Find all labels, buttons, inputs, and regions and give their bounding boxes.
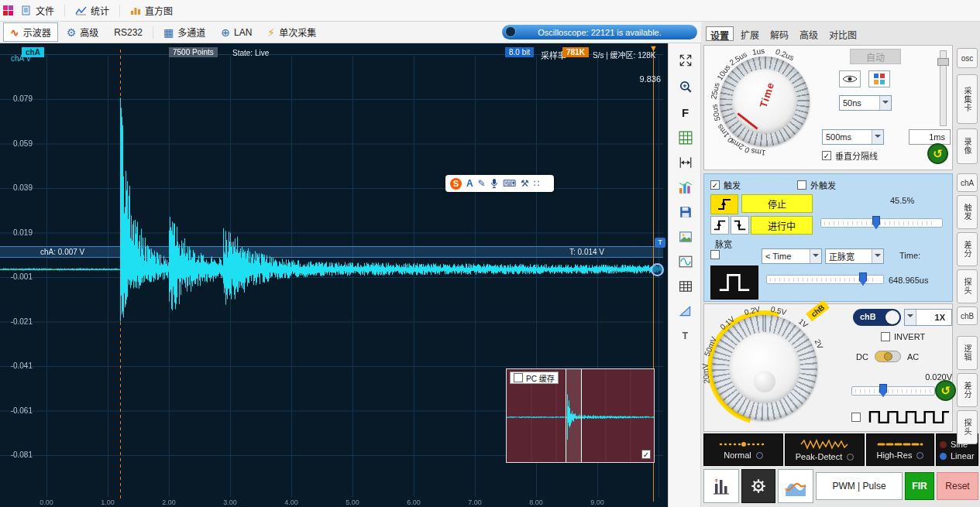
histogram-button[interactable] xyxy=(703,469,739,503)
pulse-polarity-dropdown[interactable]: 正脉宽 xyxy=(825,248,884,264)
side-tab-differential-b[interactable]: 差分 xyxy=(957,373,978,407)
pwm-pulse-button[interactable]: PWM | Pulse xyxy=(816,472,903,500)
pulse-condition-dropdown[interactable]: < Time xyxy=(762,248,822,264)
toolbar-oscilloscope[interactable]: ∿ 示波器 xyxy=(3,22,58,42)
mode-normal-radio[interactable] xyxy=(756,452,763,459)
mode-high-res-radio[interactable] xyxy=(916,452,923,459)
expand-view-icon[interactable] xyxy=(675,50,696,70)
ramp-tool-icon[interactable] xyxy=(675,300,696,321)
trigger-checkbox[interactable]: ✓ xyxy=(710,180,720,190)
fir-button[interactable]: FIR xyxy=(905,472,934,500)
zoom-in-icon[interactable] xyxy=(675,76,696,97)
invert-checkbox[interactable] xyxy=(881,332,890,341)
coupling-toggle[interactable] xyxy=(875,351,901,362)
apps-icon[interactable]: ∷ xyxy=(534,178,540,189)
channel-b-toggle[interactable]: chB xyxy=(853,309,901,326)
dropdown-caret-icon[interactable] xyxy=(872,249,883,263)
tab-settings[interactable]: 设置 xyxy=(706,26,734,41)
ime-toolbar[interactable]: S A ✎ ⌨ ⚒ ∷ xyxy=(445,175,554,192)
microphone-icon[interactable] xyxy=(490,178,498,189)
side-tab-trigger[interactable]: 触发 xyxy=(957,195,978,229)
screenshot-icon[interactable] xyxy=(675,226,696,247)
trigger-checkbox-row[interactable]: ✓ 触发 xyxy=(710,179,741,191)
cursor-marker-icon[interactable]: ▼ xyxy=(649,43,658,53)
mode-normal-button[interactable]: Normal xyxy=(703,433,783,466)
settings-gear-button[interactable] xyxy=(741,469,775,503)
external-trigger-checkbox-row[interactable]: 外触发 xyxy=(797,179,836,191)
side-tab-probe-a[interactable]: 探头 xyxy=(957,269,978,303)
keyboard-icon[interactable]: ⌨ xyxy=(503,178,516,189)
channel-b-offset-slider[interactable] xyxy=(851,386,935,396)
histogram-tool-icon[interactable] xyxy=(675,176,696,197)
pen-icon[interactable]: ✎ xyxy=(478,178,486,189)
side-tab-osc[interactable]: osc xyxy=(957,48,978,68)
side-tab-capture-card[interactable]: 采集卡 xyxy=(957,74,978,124)
buffer-window-right-edge[interactable] xyxy=(581,369,582,462)
baseline-drag-handle[interactable] xyxy=(651,263,664,276)
sample-interval-dropdown[interactable]: 50ns xyxy=(839,95,892,111)
side-tab-channel-b[interactable]: chB xyxy=(957,307,978,325)
pulse-shape-button[interactable] xyxy=(710,265,758,300)
menu-statistics[interactable]: 统计 xyxy=(68,2,116,19)
vertical-divider-checkbox[interactable]: ✓ xyxy=(822,151,831,160)
tab-decode[interactable]: 解码 xyxy=(766,26,793,41)
trigger-tool-icon[interactable]: T xyxy=(675,325,696,346)
side-tab-differential-a[interactable]: 差分 xyxy=(957,232,978,266)
tab-extend[interactable]: 扩展 xyxy=(737,26,763,41)
timebase-dropdown[interactable]: 500ms xyxy=(822,129,884,145)
dropdown-caret-icon[interactable] xyxy=(879,96,891,110)
square-wave-checkbox[interactable] xyxy=(851,413,861,422)
trigger-edge-button[interactable] xyxy=(710,194,738,214)
reference-wave-icon[interactable] xyxy=(675,251,696,272)
channel-b-reset-button[interactable]: ↺ xyxy=(935,380,956,401)
mode-peak-detect-button[interactable]: Peak-Detect xyxy=(785,433,865,466)
toolbar-lan[interactable]: ⊕ LAN xyxy=(214,24,259,41)
interp-linear-option[interactable]: Linear xyxy=(940,451,975,461)
voltage-knob-face[interactable] xyxy=(729,332,800,403)
toolbar-multichannel[interactable]: ▦ 多通道 xyxy=(156,22,212,42)
invert-checkbox-row[interactable]: INVERT xyxy=(881,332,925,341)
menu-file[interactable]: 文件 xyxy=(15,2,61,19)
waveform-view-button[interactable] xyxy=(778,469,813,503)
reset-button[interactable]: Reset xyxy=(937,472,978,500)
probe-mult-dropdown[interactable]: 1X xyxy=(904,309,952,326)
side-tab-probe-b[interactable]: 探头 xyxy=(957,410,978,444)
auto-button[interactable]: 自动 xyxy=(850,49,901,64)
timebase-reset-button[interactable]: ↺ xyxy=(927,143,948,164)
side-tab-channel-a[interactable]: chA xyxy=(957,173,978,192)
data-table-icon[interactable] xyxy=(675,276,696,296)
trigger-position-slider[interactable] xyxy=(820,218,943,228)
vertical-divider-checkbox-row[interactable]: ✓ 垂直分隔线 xyxy=(822,149,878,162)
rising-edge-select-button[interactable] xyxy=(710,216,729,235)
dropdown-caret-icon[interactable] xyxy=(905,310,916,325)
falling-edge-select-button[interactable] xyxy=(731,216,749,235)
running-button[interactable]: 进行中 xyxy=(751,216,813,235)
grid-toggle-icon[interactable] xyxy=(675,127,696,148)
buffer-view-window[interactable] xyxy=(566,369,581,462)
tab-compare[interactable]: 对比图 xyxy=(825,26,861,41)
menu-histogram[interactable]: 直方图 xyxy=(123,2,180,19)
fft-icon[interactable]: F xyxy=(675,102,696,123)
mode-high-res-button[interactable]: High-Res xyxy=(866,433,934,466)
pulse-width-checkbox[interactable] xyxy=(710,250,720,259)
coupling-row[interactable]: DC AC xyxy=(856,351,919,362)
eye-button[interactable] xyxy=(839,70,861,87)
external-trigger-checkbox[interactable] xyxy=(797,180,806,190)
toolbar-rs232[interactable]: RS232 xyxy=(107,24,150,41)
stop-button[interactable]: 停止 xyxy=(741,194,813,213)
ime-mode-letter[interactable]: A xyxy=(466,178,473,189)
side-tab-record[interactable]: 录像 xyxy=(957,128,978,164)
pc-buffer-checkbox[interactable] xyxy=(514,373,523,382)
toolbar-advanced[interactable]: ⚙ 高级 xyxy=(60,22,106,42)
timebase-fine-slider-handle[interactable] xyxy=(937,58,949,66)
buffer-window-left-edge[interactable] xyxy=(566,369,566,462)
trigger-level-marker[interactable]: T xyxy=(655,238,665,248)
tab-advanced[interactable]: 高级 xyxy=(796,26,822,41)
save-icon[interactable] xyxy=(675,201,696,222)
toolbox-icon[interactable]: ⚒ xyxy=(521,178,529,189)
toolbar-single-capture[interactable]: ⚡ 单次采集 xyxy=(260,22,323,42)
waveform-plot[interactable]: chA 7500 Points State: Live 8.0 bit 采样率 … xyxy=(0,43,668,507)
buffer-confirm-checkbox[interactable]: ✓ xyxy=(641,450,651,459)
horizontal-measure-icon[interactable] xyxy=(675,152,696,173)
display-palette-button[interactable] xyxy=(868,70,890,87)
